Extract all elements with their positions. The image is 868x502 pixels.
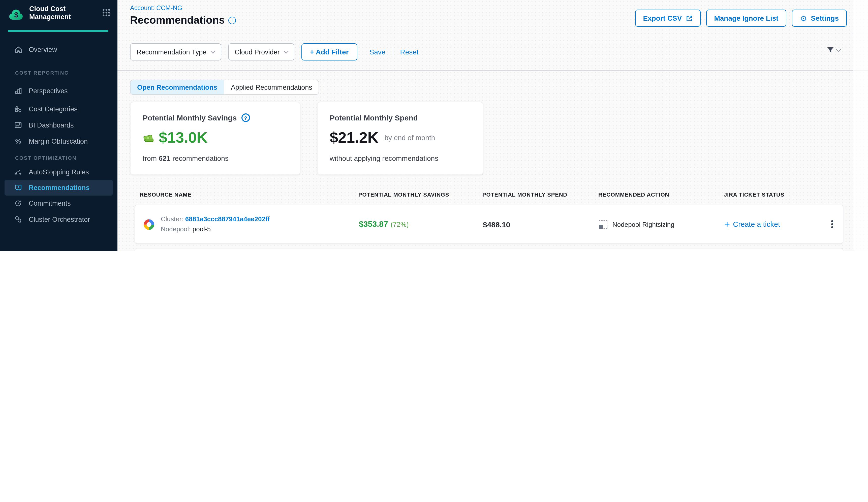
col-recommended-action: RECOMMENDED ACTION	[598, 191, 724, 198]
percent-icon: %	[14, 137, 23, 146]
potential-monthly-savings-card: Potential Monthly Savings $13.0K from 62…	[130, 102, 300, 175]
money-icon	[143, 133, 155, 143]
col-jira-ticket-status: JIRA TICKET STATUS	[724, 191, 827, 198]
module-grid-icon[interactable]	[102, 9, 110, 17]
sidebar: $ Cloud Cost Management Overview COST RE…	[0, 0, 117, 251]
col-resource-name: RESOURCE NAME	[135, 191, 358, 198]
shapes-icon	[14, 104, 23, 113]
settings-label: Settings	[811, 14, 839, 22]
svg-text:$: $	[14, 11, 18, 19]
autostopping-icon	[14, 167, 23, 176]
main-content: Account: CCM-NG Recommendations Export C…	[117, 0, 868, 251]
gear-icon: ⚙	[800, 14, 807, 22]
manage-ignore-list-label: Manage Ignore List	[714, 14, 778, 22]
sidebar-item-label: Margin Obfuscation	[29, 137, 88, 145]
home-icon	[14, 45, 23, 54]
potential-monthly-spend-card: Potential Monthly Spend $21.2K by end of…	[317, 102, 483, 175]
plus-icon: +	[724, 221, 730, 228]
sidebar-accent-rule	[8, 30, 108, 31]
sidebar-item-commitments[interactable]: Commitments	[0, 196, 117, 211]
manage-ignore-list-button[interactable]: Manage Ignore List	[706, 10, 786, 27]
recommendations-table: Cluster: 6881a3ccc887941a4ee202ff Nodepo…	[135, 205, 843, 251]
info-icon[interactable]	[228, 17, 236, 24]
page-title-text: Recommendations	[130, 14, 225, 26]
tab-applied-recommendations[interactable]: Applied Recommendations	[224, 80, 319, 94]
ccm-logo-icon: $	[9, 7, 25, 21]
sidebar-item-label: Recommendations	[29, 184, 90, 191]
cloud-provider-label: Cloud Provider	[235, 48, 280, 56]
sidebar-item-cost-categories[interactable]: Cost Categories	[0, 101, 117, 116]
tab-open-recommendations[interactable]: Open Recommendations	[131, 80, 224, 94]
sidebar-item-autostopping-rules[interactable]: AutoStopping Rules	[0, 164, 117, 179]
savings-card-title: Potential Monthly Savings	[143, 113, 237, 122]
chevron-down-icon	[836, 46, 841, 51]
table-row[interactable]: Cluster: 6881a3ccc887941a4ee202ff Nodepo…	[135, 205, 843, 244]
sidebar-item-label: AutoStopping Rules	[29, 168, 89, 176]
filter-bar: Recommendation Type Cloud Provider + Add…	[117, 33, 868, 71]
col-potential-monthly-spend: POTENTIAL MONTHLY SPEND	[482, 191, 598, 198]
clock-refresh-icon	[14, 199, 23, 208]
sidebar-item-label: Commitments	[29, 199, 71, 207]
filter-panel-toggle[interactable]	[826, 46, 840, 54]
sidebar-item-overview[interactable]: Overview	[0, 42, 117, 57]
dashboard-image-icon	[14, 121, 23, 129]
add-filter-button[interactable]: + Add Filter	[301, 43, 358, 61]
row-menu-kebab[interactable]	[831, 220, 833, 228]
help-circle-icon[interactable]	[241, 113, 250, 122]
sidebar-item-label: Cost Categories	[29, 105, 78, 113]
bar-chart-icon	[14, 86, 23, 95]
chevron-down-icon	[210, 49, 215, 53]
recommendation-type-dropdown[interactable]: Recommendation Type	[130, 43, 221, 61]
recommendations-icon	[14, 183, 23, 192]
chevron-down-icon	[283, 49, 289, 53]
sidebar-item-label: BI Dashboards	[29, 121, 74, 129]
cluster-link[interactable]: 6881a3ccc887941a4ee202ff	[185, 215, 270, 223]
section-label-cost-reporting: COST REPORTING	[15, 70, 69, 76]
spend-value-suffix: by end of month	[385, 134, 435, 142]
page-title: Recommendations	[130, 14, 236, 26]
table-header: RESOURCE NAME POTENTIAL MONTHLY SAVINGS …	[135, 191, 843, 198]
right-gutter	[853, 0, 868, 251]
spend-value: $21.2K	[330, 129, 379, 146]
hexagons-gear-icon	[14, 215, 23, 224]
sidebar-item-label: Overview	[29, 45, 57, 53]
reset-filter-link[interactable]: Reset	[400, 48, 418, 56]
spend-amount: $488.10	[483, 220, 599, 229]
cloud-provider-dropdown[interactable]: Cloud Provider	[228, 43, 294, 61]
sidebar-item-recommendations[interactable]: Recommendations	[4, 180, 113, 196]
breadcrumb[interactable]: Account: CCM-NG	[130, 4, 182, 12]
recommendations-tabs: Open Recommendations Applied Recommendat…	[130, 80, 319, 95]
create-ticket-link[interactable]: +Create a ticket	[724, 220, 827, 228]
funnel-icon	[826, 46, 835, 54]
savings-value: $13.0K	[159, 129, 208, 146]
sidebar-item-bi-dashboards[interactable]: BI Dashboards	[0, 117, 117, 133]
sidebar-item-margin-obfuscation[interactable]: % Margin Obfuscation	[0, 134, 117, 149]
col-potential-monthly-savings: POTENTIAL MONTHLY SAVINGS	[358, 191, 482, 198]
filter-links-divider	[392, 46, 393, 57]
savings-amount: $353.87	[359, 220, 388, 228]
recommendation-type-label: Recommendation Type	[137, 48, 206, 56]
recommendation-count: 621	[159, 154, 170, 162]
sidebar-item-label: Perspectives	[29, 87, 68, 94]
sidebar-item-label: Cluster Orchestrator	[29, 216, 90, 223]
section-label-cost-optimization: COST OPTIMIZATION	[15, 155, 76, 161]
sidebar-item-cluster-orchestrator[interactable]: Cluster Orchestrator	[0, 212, 117, 227]
external-link-icon	[686, 15, 692, 21]
rightsizing-icon	[599, 220, 607, 229]
savings-percent: (72%)	[391, 221, 409, 228]
spend-caption: without applying recommendations	[330, 154, 471, 162]
export-csv-label: Export CSV	[643, 14, 682, 22]
savings-caption: from 621 recommendations	[143, 154, 288, 162]
export-csv-button[interactable]: Export CSV	[635, 10, 700, 27]
sidebar-item-perspectives[interactable]: Perspectives	[0, 83, 117, 98]
save-filter-link[interactable]: Save	[370, 48, 386, 56]
page-header: Account: CCM-NG Recommendations Export C…	[117, 0, 868, 33]
app-window: $ Cloud Cost Management Overview COST RE…	[0, 0, 868, 251]
app-title: Cloud Cost Management	[29, 5, 102, 21]
spend-card-title: Potential Monthly Spend	[330, 113, 418, 122]
settings-button[interactable]: ⚙ Settings	[792, 10, 847, 27]
action-label: Nodepool Rightsizing	[612, 220, 674, 228]
gcp-icon	[144, 219, 154, 230]
table-row[interactable]: Cluster: 68898c064e3e2ba0e544005f Nodepo…	[135, 248, 843, 251]
